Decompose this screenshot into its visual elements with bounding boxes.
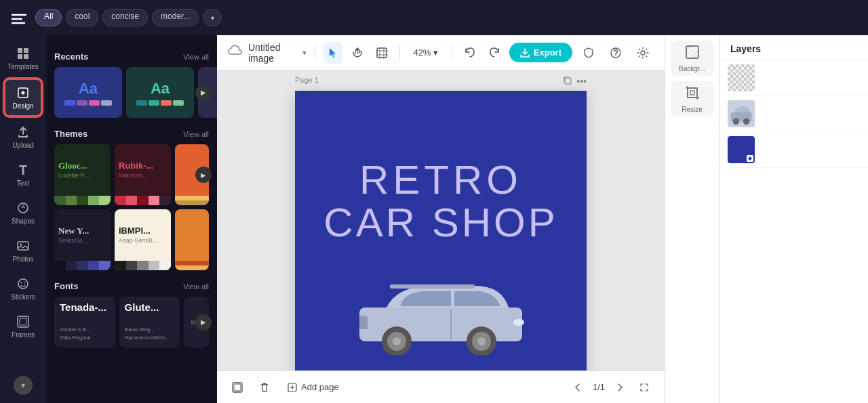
fonts-next-arrow[interactable]: ▶: [195, 314, 212, 331]
filter-concise[interactable]: concise: [102, 9, 148, 26]
font-card-2[interactable]: Glute... Baloo-Reg... HammersmithOn...: [119, 297, 180, 347]
font-name-2: Glute...: [125, 302, 175, 314]
svg-rect-3: [18, 48, 22, 53]
sidebar-item-text[interactable]: T Text: [4, 157, 42, 192]
sidebar-item-stickers[interactable]: Stickers: [4, 271, 42, 306]
undo-btn[interactable]: [460, 42, 479, 64]
layer-item-2[interactable]: [719, 96, 868, 132]
canvas-frame[interactable]: RETRO CAR SHOP: [295, 91, 587, 370]
recent-card-1[interactable]: Aa: [54, 67, 122, 118]
svg-point-11: [20, 244, 22, 246]
frames-icon: [16, 314, 31, 329]
design-label: Design: [12, 102, 33, 110]
layer-item-1[interactable]: [719, 60, 868, 96]
toolbar-sep-2: [399, 45, 400, 61]
shield-icon-btn[interactable]: [578, 42, 599, 64]
design-icon: [16, 85, 31, 100]
recents-next-arrow[interactable]: ▶: [195, 85, 212, 101]
shapes-label: Shapes: [12, 217, 35, 225]
theme-card-4[interactable]: IBMPl... Asap-SemiB...: [115, 209, 171, 270]
theme-colors-3: [54, 261, 111, 270]
templates-label: Templates: [7, 63, 39, 70]
sidebar-item-frames[interactable]: Frames: [4, 309, 42, 344]
page-copy-icon[interactable]: [563, 76, 572, 87]
theme-font-4: IBMPl...: [119, 226, 167, 236]
resize-tool-btn[interactable]: Resize: [671, 81, 714, 116]
theme-card-partial-2[interactable]: [175, 209, 209, 270]
layer-item-3[interactable]: [719, 132, 868, 168]
page-more-icon[interactable]: •••: [576, 76, 587, 87]
theme-card-3[interactable]: New Y... SinkinSa...: [54, 209, 111, 270]
svg-point-38: [733, 119, 740, 125]
font-card-1[interactable]: Tenada-... Zocbel X-E... Stilu-Regular: [54, 297, 115, 347]
theme-card-2[interactable]: Rubik-... Montserr...: [115, 144, 171, 205]
sidebar-item-photos[interactable]: Photos: [4, 233, 42, 268]
cloud-save-icon: [228, 45, 243, 60]
settings-icon-btn[interactable]: [632, 42, 654, 64]
theme-font-1: Glooc...: [58, 161, 106, 171]
recents-header: Recents View all: [54, 51, 209, 62]
topbar: All cool concise moder... ▾: [0, 0, 868, 35]
next-page-btn[interactable]: [610, 378, 629, 397]
page-label: Page 1: [295, 76, 319, 84]
sidebar-more-dot[interactable]: ▾: [14, 376, 33, 395]
prev-page-btn[interactable]: [568, 378, 587, 397]
document-title[interactable]: Untitled image ▾: [248, 42, 307, 64]
recent-aa-1: Aa: [79, 80, 98, 98]
svg-rect-34: [234, 384, 241, 391]
frame-tool-btn[interactable]: [372, 42, 391, 64]
font-name-1: Tenada-...: [60, 302, 110, 314]
resize-icon: [685, 85, 700, 104]
font-sub-2: Baloo-Reg... HammersmithOn...: [125, 326, 175, 342]
page-action-icons: •••: [563, 76, 587, 87]
filter-all[interactable]: All: [35, 9, 62, 26]
redo-btn[interactable]: [485, 42, 504, 64]
filter-cool[interactable]: cool: [66, 9, 98, 26]
fonts-header: Fonts View all: [54, 281, 209, 291]
zoom-control[interactable]: 42% ▾: [408, 45, 443, 60]
recents-view-all[interactable]: View all: [183, 53, 209, 61]
themes-row-2: New Y... SinkinSa... IBMPl...: [54, 209, 209, 270]
background-icon: [685, 45, 700, 63]
sidebar-item-design[interactable]: Design: [4, 79, 42, 116]
themes-row: Glooc... Lucette-R... Rubik-...: [54, 144, 209, 205]
sidebar-item-shapes[interactable]: Shapes: [4, 195, 42, 230]
layer-thumb-3: [728, 136, 755, 163]
retro-text: RETRO: [359, 160, 522, 200]
recent-aa-2: Aa: [151, 80, 170, 98]
toolbar-sep-1: [315, 45, 315, 61]
add-page-btn[interactable]: Add page: [282, 379, 344, 395]
export-button[interactable]: Export: [509, 43, 572, 62]
theme-font-3: New Y...: [58, 226, 106, 236]
photos-label: Photos: [12, 255, 33, 263]
add-page-label: Add page: [301, 382, 339, 392]
delete-page-btn[interactable]: [255, 378, 274, 397]
main-layout: Templates Design Upload T T: [0, 35, 868, 403]
filter-more-chevron[interactable]: ▾: [203, 9, 222, 26]
cursor-tool-btn[interactable]: [323, 42, 342, 64]
car-shop-text: CAR SHOP: [323, 200, 557, 245]
hand-tool-btn[interactable]: [348, 42, 367, 64]
canvas-icon-btn[interactable]: [228, 378, 247, 397]
stickers-icon: [16, 276, 31, 291]
toolbar-sep-3: [452, 45, 452, 61]
theme-sub-3: SinkinSa...: [58, 237, 106, 244]
fonts-view-all[interactable]: View all: [183, 282, 209, 291]
theme-sub-4: Asap-SemiB...: [119, 237, 167, 244]
help-icon-btn[interactable]: [605, 42, 627, 64]
recent-card-2[interactable]: Aa: [126, 67, 194, 118]
sidebar-item-upload[interactable]: Upload: [4, 119, 42, 154]
filter-moder[interactable]: moder...: [152, 9, 199, 26]
sidebar-bottom: ▾: [14, 373, 33, 398]
themes-next-arrow[interactable]: ▶: [195, 167, 212, 183]
left-panel: Recents View all Aa Aa: [46, 35, 217, 403]
svg-rect-4: [24, 48, 28, 53]
sidebar-item-templates[interactable]: Templates: [4, 41, 42, 76]
themes-view-all[interactable]: View all: [183, 130, 209, 138]
theme-card-1[interactable]: Glooc... Lucette-R...: [54, 144, 111, 205]
background-tool-btn[interactable]: Backgr...: [671, 41, 714, 76]
svg-point-12: [18, 279, 28, 289]
canvas-scroll[interactable]: Page 1 ••• RETRO CAR SHOP: [217, 70, 665, 370]
expand-btn[interactable]: [635, 378, 654, 397]
frames-label: Frames: [12, 331, 35, 339]
